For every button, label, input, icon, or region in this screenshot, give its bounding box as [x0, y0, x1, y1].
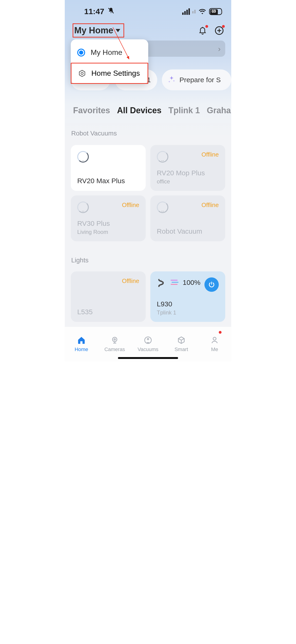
header: My Home [65, 18, 231, 40]
tab-label: Me [211, 346, 218, 352]
add-button[interactable] [214, 26, 224, 36]
tab-home[interactable]: Home [65, 327, 98, 361]
home-indicator [118, 357, 178, 359]
chevron-down-icon [116, 29, 120, 32]
battery-pct: 69 [210, 9, 216, 14]
robot-vacuum-icon [144, 336, 152, 344]
status-time: 11:47 [84, 7, 104, 16]
notification-dot-icon [222, 25, 225, 28]
bulb-icon [77, 278, 87, 290]
vacuum-icon [157, 151, 168, 162]
tab-smart[interactable]: Smart [165, 327, 198, 361]
section-header-lights: Lights [71, 256, 89, 264]
device-name: L535 [77, 308, 139, 316]
home-selector-label: My Home [74, 26, 113, 36]
device-card-rv30-plus[interactable]: Offline RV30 Plus Living Room [71, 196, 146, 241]
dropdown-item-label: My Home [91, 48, 122, 57]
device-card-rv20-mop-plus[interactable]: Offline RV20 Mop Plus office [150, 145, 225, 191]
dropdown-item-my-home[interactable]: My Home [71, 44, 148, 61]
svg-point-5 [161, 280, 161, 280]
device-status: Offline [122, 278, 139, 284]
device-status: Offline [122, 202, 139, 209]
battery-icon: 69 [209, 8, 222, 15]
svg-point-11 [114, 338, 115, 340]
vacuum-icon [77, 151, 89, 162]
device-card-robot-vacuum[interactable]: Offline Robot Vacuum [150, 196, 225, 241]
power-button[interactable] [204, 278, 219, 292]
device-name: Robot Vacuum [157, 228, 219, 235]
tab-all-devices[interactable]: All Devices [117, 106, 161, 115]
wifi-icon [199, 9, 206, 14]
device-room: Living Room [77, 229, 139, 235]
app-screen: 11:47 69 My Home [65, 0, 231, 361]
silent-icon [108, 7, 115, 16]
brightness-pct: 100% [183, 278, 200, 286]
gradient-icon [170, 279, 179, 286]
device-card-l930[interactable]: 100% L930 Tplink 1 [150, 272, 225, 322]
device-name: RV30 Plus [77, 220, 139, 228]
device-tabs: Favorites All Devices Tplink 1 Graha [65, 106, 231, 115]
tab-cameras[interactable]: Cameras [98, 327, 131, 361]
device-room: Tplink 1 [157, 310, 219, 316]
tab-label: Cameras [104, 346, 125, 352]
tab-vacuums[interactable]: Vacuums [131, 327, 165, 361]
camera-icon [110, 336, 119, 344]
notification-dot-icon [205, 25, 208, 28]
svg-rect-7 [171, 280, 178, 281]
tab-graha[interactable]: Graha [207, 106, 231, 115]
person-icon [210, 336, 219, 344]
svg-point-2 [81, 72, 83, 74]
chevron-right-icon: › [218, 44, 221, 53]
svg-point-14 [213, 337, 216, 340]
svg-point-6 [162, 281, 162, 282]
device-status: Offline [201, 202, 219, 209]
vacuum-icon [157, 202, 168, 213]
radio-selected-icon [77, 49, 85, 56]
notification-dot-icon [219, 331, 222, 334]
device-name: RV20 Mop Plus [157, 169, 219, 177]
pill-label: Prepare for S [179, 76, 221, 84]
device-card-rv20-max-plus[interactable]: RV20 Max Plus [71, 145, 146, 191]
tab-tplink1[interactable]: Tplink 1 [168, 106, 200, 115]
device-status: Offline [201, 151, 219, 158]
vacuum-icon [77, 202, 89, 213]
tab-label: Smart [175, 346, 188, 352]
svg-rect-8 [172, 282, 178, 283]
tab-label: Home [75, 346, 88, 352]
svg-point-4 [159, 279, 160, 280]
signal-icon [182, 8, 190, 15]
home-selector-dropdown: My Home Home Settings [71, 39, 148, 84]
device-room: office [157, 178, 219, 185]
robot-vacuum-grid: RV20 Max Plus Offline RV20 Mop Plus offi… [71, 145, 225, 241]
svg-point-10 [113, 337, 117, 342]
section-header-robot-vacuums: Robot Vacuums [71, 130, 117, 137]
signal-icon-2 [192, 10, 196, 14]
ai-prepare-pill[interactable]: Prepare for S [162, 70, 231, 90]
sparkle-icon [167, 75, 176, 84]
home-selector-button[interactable]: My Home [73, 24, 124, 38]
light-strip-icon [157, 278, 167, 288]
device-card-l535[interactable]: Offline L535 [71, 272, 146, 322]
svg-point-13 [147, 338, 149, 340]
gear-icon [78, 69, 86, 78]
tab-me[interactable]: Me [198, 327, 231, 361]
svg-rect-9 [171, 284, 178, 285]
dropdown-item-label: Home Settings [91, 69, 140, 78]
device-name: RV20 Max Plus [77, 177, 139, 185]
lights-grid: Offline L535 100% L930 Tplink 1 [71, 272, 225, 322]
tab-favorites[interactable]: Favorites [73, 106, 110, 115]
notifications-button[interactable] [197, 26, 208, 36]
tab-label: Vacuums [138, 346, 158, 352]
cube-icon [177, 336, 186, 344]
status-bar: 11:47 69 [65, 0, 231, 18]
dropdown-item-home-settings[interactable]: Home Settings [71, 63, 148, 84]
device-name: L930 [157, 300, 219, 308]
home-icon [77, 336, 86, 344]
bottom-tab-bar: Home Cameras Vacuums Smart Me [65, 326, 231, 361]
